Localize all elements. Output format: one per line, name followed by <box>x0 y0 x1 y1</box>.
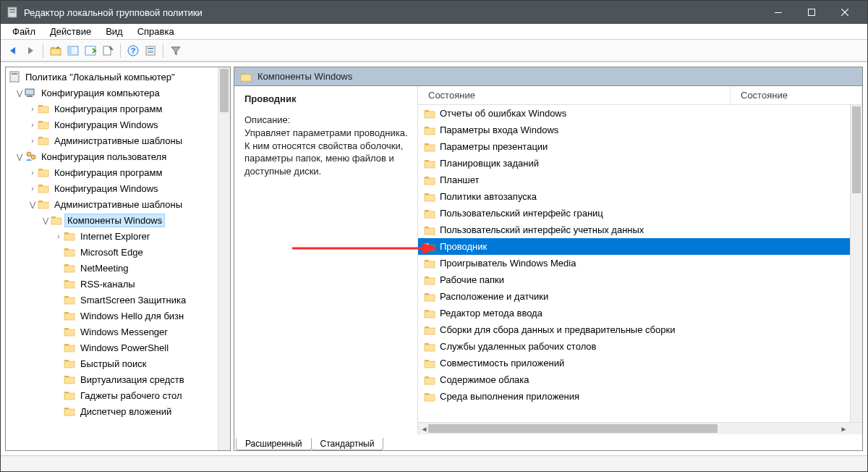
show-hide-tree-button[interactable] <box>65 43 81 59</box>
folder-icon <box>64 246 75 258</box>
list-item[interactable]: Совместимость приложений <box>418 355 862 371</box>
list-item[interactable]: Расположение и датчики <box>418 288 862 305</box>
scrollbar-thumb[interactable] <box>220 69 229 112</box>
tree-item[interactable]: Гаджеты рабочего стол <box>6 387 230 403</box>
list-item[interactable]: Сборки для сбора данных и предварительны… <box>418 321 862 338</box>
list-item[interactable]: Среда выполнения приложения <box>418 388 862 405</box>
tree-item[interactable]: Диспетчер вложений <box>6 403 230 419</box>
collapse-icon[interactable]: ⋁ <box>27 201 38 208</box>
scrollbar-thumb[interactable] <box>428 424 718 433</box>
tree-label: NetMeeting <box>78 262 130 274</box>
svg-point-31 <box>31 155 35 159</box>
user-icon <box>25 151 36 162</box>
list-scrollbar-vertical[interactable] <box>850 105 862 422</box>
svg-rect-55 <box>64 345 75 352</box>
list-item[interactable]: Пользовательский интерфейс учетных данны… <box>418 222 862 238</box>
forward-button[interactable] <box>22 43 38 59</box>
list-item[interactable]: Проводник <box>418 238 862 255</box>
expand-icon[interactable]: › <box>27 185 38 193</box>
folder-icon <box>424 208 435 219</box>
svg-rect-9 <box>51 47 55 49</box>
menu-view[interactable]: Вид <box>98 25 130 38</box>
tree-user-config[interactable]: ⋁ Конфигурация пользователя <box>6 148 230 164</box>
scrollbar-thumb[interactable] <box>852 106 861 193</box>
list-item[interactable]: Отчеты об ошибках Windows <box>418 105 862 122</box>
tree-label: Виртуализация средств <box>78 374 187 386</box>
folder-icon <box>64 405 75 417</box>
expand-icon[interactable]: › <box>27 137 38 145</box>
detail-description-label: Описание: <box>244 114 409 125</box>
expand-icon[interactable]: › <box>54 232 64 240</box>
list-item[interactable]: Содержимое облака <box>418 371 862 388</box>
list-item[interactable]: Редактор метода ввода <box>418 305 862 321</box>
tree-root[interactable]: Политика "Локальный компьютер" <box>6 69 230 85</box>
collapse-icon[interactable]: ⋁ <box>14 89 25 97</box>
list-item[interactable]: Параметры входа Windows <box>418 122 862 138</box>
help-button[interactable]: ? <box>125 43 141 59</box>
tree-windows-components[interactable]: ⋁Компоненты Windows <box>6 212 230 228</box>
expand-icon[interactable]: › <box>27 105 38 113</box>
list-item[interactable]: Политики автозапуска <box>418 188 862 205</box>
tree-item[interactable]: Windows Messenger <box>6 324 230 340</box>
tree-computer-config[interactable]: ⋁ Конфигурация компьютера <box>6 85 230 101</box>
list-item[interactable]: Рабочие папки <box>418 271 862 288</box>
list-item[interactable]: Планировщик заданий <box>418 155 862 172</box>
view-tabs: Расширенный Стандартный <box>234 434 862 450</box>
tree-item[interactable]: Microsoft Edge <box>6 244 230 260</box>
list-item[interactable]: Параметры презентации <box>418 138 862 155</box>
tree-item[interactable]: Windows Hello для бизн <box>6 308 230 324</box>
filter-button[interactable] <box>168 43 184 59</box>
tree-label: Windows Messenger <box>78 326 170 338</box>
up-button[interactable] <box>48 43 64 59</box>
collapse-icon[interactable]: ⋁ <box>41 216 51 224</box>
tree-item[interactable]: ›Internet Explorer <box>6 228 230 244</box>
column-header-state[interactable]: Состояние <box>418 86 731 104</box>
folder-icon <box>424 191 435 203</box>
tree-item[interactable]: ›Конфигурация Windows <box>6 117 230 132</box>
tree-item[interactable]: SmartScreen Защитника <box>6 292 230 308</box>
svg-rect-39 <box>51 218 61 224</box>
expand-icon[interactable]: › <box>27 121 38 129</box>
scroll-right-icon[interactable]: ► <box>838 425 850 433</box>
tree-scrollbar[interactable] <box>218 67 230 450</box>
refresh-button[interactable] <box>100 43 116 59</box>
maximize-button[interactable] <box>795 1 828 24</box>
column-header-state[interactable]: Состояние <box>731 86 862 104</box>
properties-button[interactable] <box>142 43 158 59</box>
tree-item[interactable]: Быстрый поиск <box>6 355 230 371</box>
tree-item[interactable]: RSS-каналы <box>6 276 230 292</box>
tree-item[interactable]: Windows PowerShell <box>6 340 230 355</box>
list-item[interactable]: Проигрыватель Windows Media <box>418 255 862 271</box>
menu-action[interactable]: Действие <box>43 25 98 38</box>
tree-item[interactable]: ›Конфигурация программ <box>6 164 230 180</box>
list-item[interactable]: Планшет <box>418 172 862 188</box>
export-button[interactable] <box>82 43 98 59</box>
svg-rect-93 <box>425 328 435 334</box>
items-list[interactable]: Отчеты об ошибках WindowsПараметры входа… <box>418 105 862 422</box>
minimize-button[interactable] <box>762 1 795 24</box>
expand-icon[interactable]: › <box>27 169 38 177</box>
svg-rect-95 <box>425 345 435 351</box>
svg-rect-45 <box>64 266 75 272</box>
back-button[interactable] <box>5 43 21 59</box>
tab-extended[interactable]: Расширенный <box>236 438 312 450</box>
list-item[interactable]: Пользовательский интерфейс границ <box>418 205 862 222</box>
list-scrollbar-horizontal[interactable]: ◄ ► <box>418 422 862 434</box>
tree-item[interactable]: ›Конфигурация Windows <box>6 180 230 196</box>
close-button[interactable] <box>828 1 861 24</box>
tree-item[interactable]: ›Конфигурация программ <box>6 101 230 117</box>
menu-help[interactable]: Справка <box>130 25 182 38</box>
collapse-icon[interactable]: ⋁ <box>14 153 25 161</box>
tree-item[interactable]: Виртуализация средств <box>6 371 230 387</box>
list-item[interactable]: Службы удаленных рабочих столов <box>418 338 862 355</box>
tree-label: Гаджеты рабочего стол <box>78 389 184 402</box>
tree-admin-templates[interactable]: ⋁Административные шаблоны <box>6 196 230 212</box>
folder-icon <box>64 262 75 274</box>
list-item-label: Отчеты об ошибках Windows <box>440 108 566 119</box>
tree-item[interactable]: ›Административные шаблоны <box>6 132 230 148</box>
tree-item[interactable]: NetMeeting <box>6 260 230 276</box>
tab-standard[interactable]: Стандартный <box>311 438 384 450</box>
menu-file[interactable]: Файл <box>5 25 43 38</box>
tree[interactable]: Политика "Локальный компьютер" ⋁ Конфигу… <box>6 67 230 421</box>
svg-rect-8 <box>51 49 61 55</box>
